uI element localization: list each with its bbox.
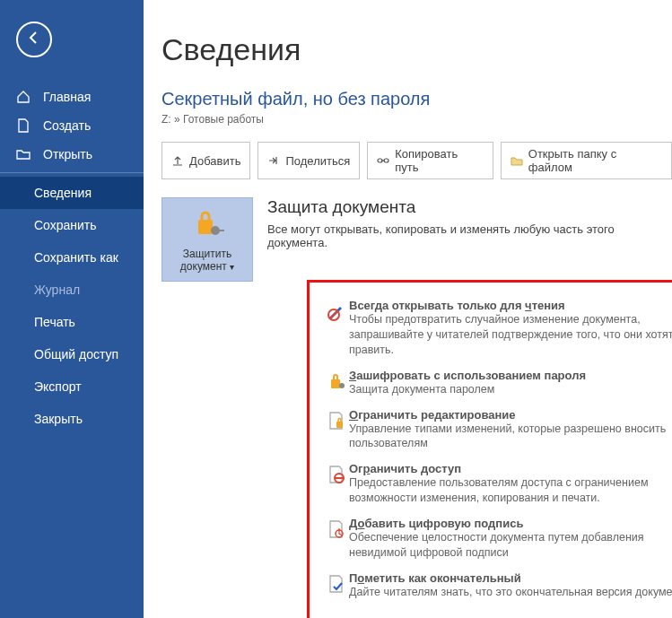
menu-item-mark-final[interactable]: Пометить как окончательный Дайте читател… (315, 566, 672, 605)
sidebar-item-open[interactable]: Открыть (0, 140, 144, 169)
svg-rect-10 (336, 422, 343, 428)
sidebar-item-label: Открыть (43, 147, 92, 161)
protect-document-button[interactable]: Защитить документ ▾ (161, 197, 253, 282)
svg-rect-5 (219, 230, 224, 231)
sidebar-item-print[interactable]: Печать (0, 306, 144, 338)
sidebar-item-info[interactable]: Сведения (0, 177, 144, 209)
sidebar-item-label: Экспорт (34, 379, 82, 394)
menu-item-title: Ограничить доступ (349, 462, 672, 475)
sidebar-item-export[interactable]: Экспорт (0, 370, 144, 403)
svg-point-4 (211, 226, 220, 235)
menu-item-desc: Обеспечение целостности документа путем … (349, 530, 672, 561)
copy-path-button[interactable]: Копировать путь (367, 142, 493, 179)
sidebar-item-save-as[interactable]: Сохранить как (0, 241, 144, 274)
signature-icon (324, 519, 349, 539)
sidebar-item-share[interactable]: Общий доступ (0, 338, 144, 370)
section-heading: Защита документа (267, 197, 653, 217)
menu-item-desc: Дайте читателям знать, что это окончател… (349, 585, 672, 600)
home-icon (16, 90, 34, 104)
menu-item-read-only[interactable]: Всегда открывать только для чтения Чтобы… (315, 293, 672, 363)
menu-item-desc: Чтобы предотвратить случайное изменение … (349, 312, 672, 358)
share-button[interactable]: Поделиться (257, 142, 360, 179)
button-label: Открыть папку с файлом (528, 147, 662, 174)
back-button[interactable] (16, 22, 52, 57)
sidebar-item-label: Сохранить (34, 218, 97, 232)
breadcrumb: Z: » Готовые работы (161, 113, 672, 126)
sidebar-item-label: Журнал (34, 283, 80, 297)
mark-final-icon (324, 574, 349, 594)
encrypt-icon (324, 371, 349, 391)
sidebar-item-close[interactable]: Закрыть (0, 403, 144, 435)
backstage-sidebar: Главная Создать Открыть Сведения Сохрани… (0, 0, 144, 618)
restrict-edit-icon (324, 411, 349, 431)
folder-icon (511, 154, 523, 167)
info-toolbar: Добавить Поделиться Копировать путь Откр… (161, 142, 672, 179)
new-doc-icon (16, 118, 34, 133)
sidebar-item-new[interactable]: Создать (0, 111, 144, 140)
button-label: Защитить документ ▾ (166, 248, 249, 274)
restrict-access-icon (324, 465, 349, 484)
sidebar-item-label: Главная (43, 90, 91, 104)
menu-item-title: Пометить как окончательный (349, 571, 672, 585)
protect-section: Защитить документ ▾ Защита документа Все… (161, 197, 672, 282)
link-icon (377, 154, 389, 167)
sidebar-item-label: Создать (43, 118, 91, 133)
menu-item-digital-signature[interactable]: Добавить цифровую подпись Обеспечение це… (315, 511, 672, 566)
menu-item-restrict-access[interactable]: Ограничить доступ Предоставление пользов… (315, 457, 672, 511)
menu-item-encrypt[interactable]: Зашифровать с использованием пароля Защи… (315, 363, 672, 403)
sidebar-item-save[interactable]: Сохранить (0, 209, 144, 241)
folder-open-icon (16, 147, 34, 161)
svg-point-9 (339, 383, 345, 388)
chevron-down-icon: ▾ (230, 262, 234, 272)
button-label: Копировать путь (395, 147, 484, 174)
open-folder-button[interactable]: Открыть папку с файлом (501, 142, 672, 179)
upload-button[interactable]: Добавить (161, 142, 250, 179)
read-only-icon (324, 301, 349, 321)
document-title: Секретный файл, но без пароля (161, 89, 672, 109)
lock-icon (189, 207, 225, 242)
menu-item-desc: Управление типами изменений, которые раз… (349, 422, 672, 452)
sidebar-item-history: Журнал (0, 274, 144, 306)
sidebar-item-label: Печать (34, 315, 75, 329)
sidebar-item-label: Сохранить как (34, 250, 118, 265)
menu-item-title: Добавить цифровую подпись (349, 517, 672, 530)
svg-line-7 (330, 311, 337, 318)
arrow-left-icon (25, 29, 43, 50)
share-icon (267, 154, 280, 167)
button-label: Поделиться (285, 154, 350, 168)
menu-item-restrict-editing[interactable]: Ограничить редактирование Управление тип… (315, 403, 672, 457)
svg-rect-3 (198, 220, 213, 234)
menu-item-title: Ограничить редактирование (349, 408, 672, 422)
sidebar-separator (0, 172, 144, 173)
protect-document-menu: Всегда открывать только для чтения Чтобы… (307, 280, 672, 618)
protect-description-block: Защита документа Все могут открывать, ко… (267, 197, 653, 249)
sidebar-item-label: Общий доступ (34, 347, 118, 361)
button-label: Добавить (189, 154, 240, 168)
svg-rect-8 (331, 379, 340, 388)
section-description: Все могут открывать, копировать и изменя… (267, 222, 653, 249)
menu-item-title: Всегда открывать только для чтения (349, 299, 672, 312)
sidebar-item-home[interactable]: Главная (0, 83, 144, 111)
menu-item-desc: Предоставление пользователям доступа с о… (349, 475, 672, 506)
page-title: Сведения (161, 32, 672, 67)
menu-item-desc: Защита документа паролем (349, 382, 672, 397)
main-panel: Сведения Секретный файл, но без пароля Z… (144, 0, 672, 618)
sidebar-item-label: Закрыть (34, 412, 83, 426)
sidebar-item-label: Сведения (34, 186, 92, 200)
menu-item-title: Зашифровать с использованием пароля (349, 369, 672, 382)
upload-icon (171, 154, 184, 167)
